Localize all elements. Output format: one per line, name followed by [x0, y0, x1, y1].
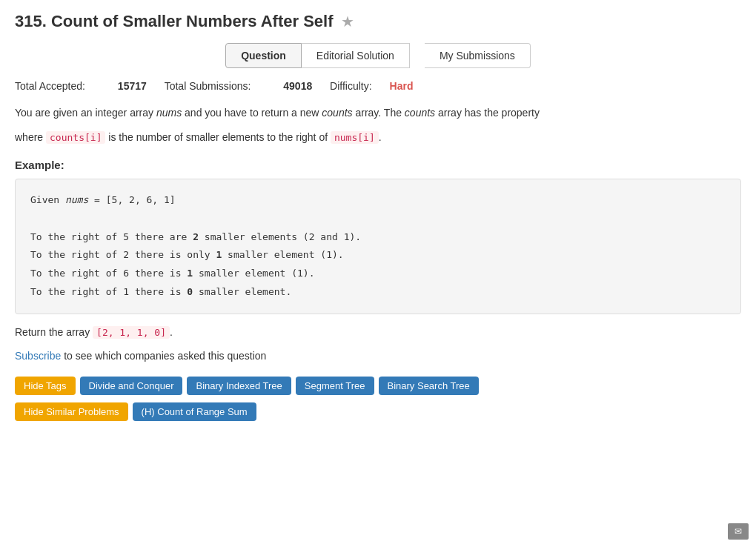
problem-title-text: Count of Smaller Numbers After Self	[51, 12, 334, 30]
tag-binary-indexed-tree[interactable]: Binary Indexed Tree	[187, 377, 291, 395]
title-row: 315. Count of Smaller Numbers After Self…	[15, 12, 741, 31]
difficulty-label: Difficulty:	[330, 80, 372, 92]
difficulty-value: Hard	[390, 80, 428, 92]
tag-divide-conquer[interactable]: Divide and Conquer	[80, 377, 183, 395]
counts-italic-2: counts	[405, 107, 435, 119]
code-line1: Given nums = [5, 2, 6, 1]	[30, 191, 726, 210]
similar-problems-row: Hide Similar Problems (H) Count of Range…	[15, 402, 741, 421]
problem-title: 315. Count of Smaller Numbers After Self	[15, 12, 334, 31]
problem-number: 315	[15, 12, 42, 30]
counts-italic-1: counts	[322, 107, 352, 119]
tab-bar: Question Editorial Solution My Submissio…	[15, 43, 741, 68]
description: You are given an integer array nums and …	[15, 104, 741, 147]
submissions-label: Total Submissions:	[165, 80, 251, 92]
hide-similar-button[interactable]: Hide Similar Problems	[15, 402, 128, 421]
tags-row: Hide Tags Divide and Conquer Binary Inde…	[15, 377, 741, 395]
tab-editorial[interactable]: Editorial Solution	[302, 43, 410, 68]
code-line6: To the right of 1 there is 0 smaller ele…	[30, 283, 726, 302]
subscribe-line: Subscribe to see which companies asked t…	[15, 350, 741, 362]
similar-count-range-sum[interactable]: (H) Count of Range Sum	[133, 402, 256, 421]
return-line: Return the array [2, 1, 1, 0].	[15, 326, 741, 338]
code-block: Given nums = [5, 2, 6, 1] To the right o…	[15, 179, 741, 314]
description-line1: You are given an integer array nums and …	[15, 104, 741, 122]
subscribe-link[interactable]: Subscribe	[15, 350, 61, 362]
subscribe-text: to see which companies asked this questi…	[64, 350, 266, 362]
tag-segment-tree[interactable]: Segment Tree	[296, 377, 374, 395]
nums-italic-1: nums	[156, 107, 182, 119]
nums-i-code: nums[i]	[331, 131, 379, 144]
counts-i-code: counts[i]	[46, 131, 105, 144]
submissions-count: 49018	[283, 80, 312, 92]
tag-binary-search-tree[interactable]: Binary Search Tree	[379, 377, 479, 395]
accepted-label: Total Accepted:	[15, 80, 85, 92]
stats-row: Total Accepted: 15717 Total Submissions:…	[15, 80, 741, 92]
tab-submissions[interactable]: My Submissions	[425, 43, 531, 68]
code-line5: To the right of 6 there is 1 smaller ele…	[30, 265, 726, 283]
example-label: Example:	[15, 159, 741, 171]
code-line3: To the right of 5 there are 2 smaller el…	[30, 228, 726, 247]
code-line4: To the right of 2 there is only 1 smalle…	[30, 246, 726, 265]
return-array-code: [2, 1, 1, 0]	[93, 326, 170, 339]
description-line2: where counts[i] is the number of smaller…	[15, 128, 741, 147]
hide-tags-button[interactable]: Hide Tags	[15, 377, 76, 395]
accepted-count: 15717	[118, 80, 147, 92]
star-icon[interactable]: ★	[341, 13, 354, 30]
tab-question[interactable]: Question	[225, 43, 302, 68]
